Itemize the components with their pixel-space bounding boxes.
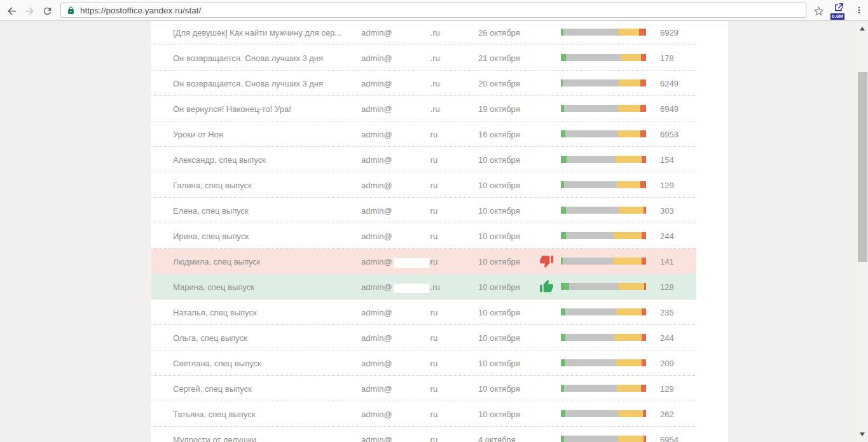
- delivery-stats-bar[interactable]: [561, 385, 646, 392]
- rating-cell: [539, 305, 555, 320]
- send-date: 10 октября: [478, 231, 520, 241]
- address-bar[interactable]: https://postoffice.yandex.ru/stat/: [60, 3, 806, 18]
- bar-segment-spam: [639, 29, 646, 36]
- table-row[interactable]: Светлана, спец выпуск admin@ru 10 октябр…: [151, 350, 696, 376]
- bar-segment-read: [617, 385, 641, 392]
- censored-email-part: [394, 207, 429, 217]
- censored-email-part: [394, 258, 429, 268]
- table-row[interactable]: Марина, спец выпуск admin@.ru 10 октября…: [151, 274, 696, 300]
- campaign-table-body: [Для девушек] Как найти мужчину для сер.…: [151, 21, 696, 442]
- bar-segment-read: [619, 207, 644, 214]
- rating-cell: [539, 254, 555, 269]
- table-row[interactable]: Он возвращается. Снова лучших 3 дня admi…: [151, 71, 696, 96]
- table-row[interactable]: Ирина, спец выпуск admin@ru 10 октября 2…: [151, 223, 696, 249]
- bar-segment-delivered: [561, 156, 567, 163]
- bar-segment-unread: [565, 334, 615, 341]
- scroll-down-arrow-icon[interactable]: [860, 432, 865, 436]
- delivery-stats-bar[interactable]: [561, 283, 646, 290]
- delivery-stats-bar[interactable]: [561, 79, 646, 86]
- table-row[interactable]: Людмила, спец выпуск admin@ru 10 октября…: [151, 249, 696, 274]
- bar-segment-spam: [640, 181, 646, 188]
- scroll-up-arrow-icon[interactable]: [860, 27, 865, 31]
- bar-segment-unread: [565, 308, 616, 315]
- table-row[interactable]: Ольга, спец выпуск admin@ru 10 октября 2…: [151, 325, 696, 350]
- censored-email-part: [394, 182, 429, 191]
- bar-segment-unread: [563, 79, 619, 86]
- send-date: 16 октября: [478, 130, 520, 139]
- message-count: 235: [660, 308, 674, 317]
- delivery-stats-bar[interactable]: [561, 156, 646, 163]
- rating-cell: [539, 25, 555, 40]
- bar-segment-unread: [564, 105, 617, 112]
- delivery-stats-bar[interactable]: [561, 410, 646, 417]
- back-button[interactable]: [5, 4, 18, 17]
- send-date: 10 октября: [478, 384, 520, 394]
- delivery-stats-bar[interactable]: [561, 359, 646, 366]
- extension-badge: 0.6M: [830, 13, 844, 20]
- delivery-stats-bar[interactable]: [561, 308, 646, 315]
- table-row[interactable]: Галина, спец выпуск admin@ru 10 октября …: [151, 172, 696, 198]
- sender-email: admin@.ru: [361, 104, 440, 114]
- table-row[interactable]: Сергей, спец выпуск admin@ru 10 октября …: [151, 376, 696, 401]
- bar-segment-read: [613, 258, 642, 265]
- forward-button[interactable]: [23, 4, 36, 17]
- table-row[interactable]: Александр, спец выпуск admin@ru 10 октяб…: [151, 147, 696, 172]
- delivery-stats-bar[interactable]: [561, 207, 646, 214]
- rating-cell: [539, 76, 555, 91]
- delivery-stats-bar[interactable]: [561, 181, 646, 188]
- message-count: 209: [660, 359, 674, 368]
- rating-cell: [539, 381, 555, 396]
- bar-segment-read: [616, 359, 642, 366]
- table-row[interactable]: [Для девушек] Как найти мужчину для сер.…: [151, 21, 696, 45]
- bar-segment-read: [618, 29, 640, 36]
- message-count: 178: [660, 53, 674, 63]
- scrollbar-thumb[interactable]: [858, 72, 867, 262]
- extension-button[interactable]: 0.6M: [831, 2, 848, 20]
- bar-segment-spam: [640, 105, 646, 112]
- message-count: 129: [660, 181, 674, 190]
- censored-email-part: [394, 335, 429, 344]
- table-row[interactable]: Татьяна, спец выпуск admin@ru 10 октября…: [151, 401, 696, 427]
- campaign-subject: Светлана, спец выпуск: [173, 359, 261, 368]
- campaign-subject: [Для девушек] Как найти мужчину для сер.…: [173, 28, 341, 38]
- rating-cell: [539, 177, 555, 193]
- message-count: 244: [660, 231, 674, 241]
- bar-segment-read: [617, 181, 640, 188]
- delivery-stats-bar[interactable]: [561, 29, 646, 36]
- bar-segment-read: [618, 130, 640, 137]
- browser-menu-button[interactable]: [853, 4, 865, 17]
- bar-segment-spam: [644, 436, 646, 442]
- bar-segment-delivered: [561, 130, 565, 137]
- bar-segment-spam: [640, 79, 646, 86]
- table-row[interactable]: Он вернулся! Наконец-то! Ура! admin@.ru …: [151, 96, 696, 121]
- sender-email: admin@.ru: [361, 79, 440, 88]
- table-row[interactable]: Наталья, спец выпуск admin@ru 10 октября…: [151, 300, 696, 325]
- table-row[interactable]: Мудрости от дедушки admin@ru 4 октября 6…: [151, 427, 696, 442]
- bar-segment-unread: [566, 232, 614, 239]
- bar-segment-spam: [640, 130, 646, 137]
- delivery-stats-bar[interactable]: [561, 130, 646, 137]
- delivery-stats-bar[interactable]: [561, 105, 646, 112]
- send-date: 20 октября: [478, 79, 520, 88]
- bar-segment-unread: [564, 436, 617, 442]
- delivery-stats-bar[interactable]: [561, 334, 646, 341]
- campaign-subject: Наталья, спец выпуск: [173, 308, 257, 317]
- table-row[interactable]: Он возвращается. Снова лучших 3 дня admi…: [151, 45, 696, 71]
- kebab-menu-icon: [854, 5, 864, 15]
- vertical-scrollbar[interactable]: [857, 21, 868, 442]
- sender-email: admin@ru: [361, 130, 437, 139]
- send-date: 4 октября: [478, 435, 515, 442]
- delivery-stats-bar[interactable]: [561, 436, 646, 442]
- reload-button[interactable]: [41, 4, 53, 17]
- delivery-stats-bar[interactable]: [561, 258, 646, 265]
- bar-segment-unread: [566, 207, 619, 214]
- bar-segment-spam: [644, 207, 646, 214]
- delivery-stats-bar[interactable]: [561, 54, 646, 61]
- sender-email: admin@ru: [361, 308, 437, 317]
- table-row[interactable]: Елена, спец выпуск admin@ru 10 октября 3…: [151, 198, 696, 223]
- bookmark-star-button[interactable]: [811, 4, 825, 18]
- censored-email-part: [394, 131, 429, 141]
- table-row[interactable]: Уроки от Ноя admin@ru 16 октября 6953: [151, 121, 696, 147]
- delivery-stats-bar[interactable]: [561, 232, 646, 239]
- campaign-subject: Марина, спец выпуск: [173, 282, 254, 292]
